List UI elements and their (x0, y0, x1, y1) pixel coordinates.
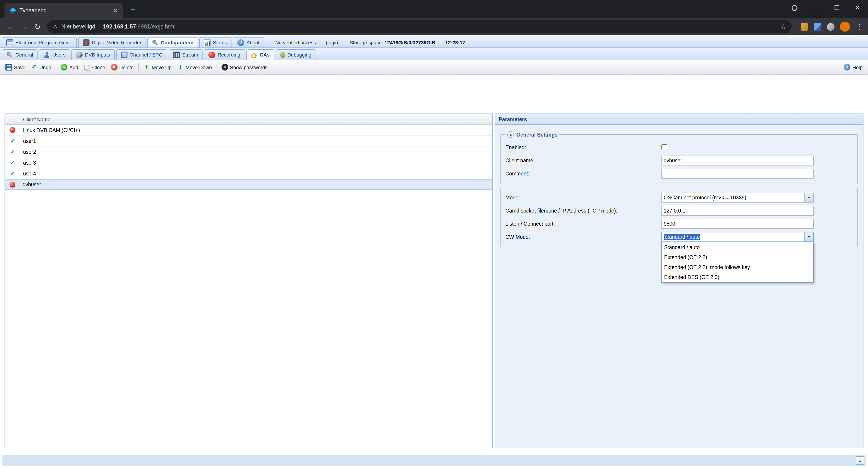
move-down-button[interactable]: Move Down (174, 62, 215, 72)
tab-label: Users (53, 52, 65, 57)
tab-label: About (246, 40, 259, 45)
save-button[interactable]: Save (3, 62, 28, 72)
tab-label: CAs (260, 52, 270, 57)
show-passwords-button[interactable]: Show passwords (219, 62, 270, 72)
column-header-client-name[interactable]: Client Name (5, 114, 492, 125)
enabled-checkbox[interactable] (661, 144, 667, 150)
key-icon (251, 51, 257, 58)
field-row: Camd.socket filename / IP Address (TCP m… (505, 205, 852, 216)
browser-tab[interactable]: Tvheadend ✕ (4, 3, 123, 18)
mode-label: Mode: (505, 195, 661, 200)
tab-digital-video-recorder[interactable]: Digital Video Recorder (78, 37, 146, 48)
window-controls: — ✕ (792, 0, 868, 15)
dropdown-option[interactable]: Extended DES (OE 2.0) (662, 272, 813, 282)
forward-icon[interactable]: → (17, 20, 31, 33)
grid-body: Linux DVB CAM (CI/CI+) user1 user2 user3 (5, 125, 492, 448)
not-secure-warning-icon[interactable]: ⚠ (53, 23, 58, 30)
comment-field[interactable] (661, 168, 814, 178)
dropdown-option[interactable]: Extended (OE 2.2) (662, 252, 813, 262)
dropdown-option[interactable]: Extended (OE 2.2), mode follows key (662, 262, 813, 272)
general-settings-fieldset: General Settings Enabled: Client name: C… (500, 131, 858, 184)
tab-close-icon[interactable]: ✕ (112, 7, 119, 14)
maximize-button[interactable] (827, 0, 847, 15)
status-disabled-icon (9, 182, 16, 187)
tab-label: Stream (182, 52, 198, 57)
bug-icon (280, 52, 285, 58)
connection-fieldset: Mode: OSCam net protocol (rev >= 10389) … (500, 188, 858, 247)
table-row[interactable]: user3 (5, 157, 492, 168)
dvr-icon (83, 39, 90, 46)
client-name: user2 (23, 149, 36, 154)
help-button[interactable]: Help (841, 62, 865, 72)
table-row[interactable]: user2 (5, 147, 492, 157)
address-bar[interactable]: ⚠ Niet beveiligd 192.168.1.57:9981/extjs… (47, 20, 792, 33)
camd-socket-field[interactable] (661, 206, 814, 215)
url-text: 192.168.1.57:9981/extjs.html (103, 24, 176, 30)
reload-icon[interactable]: ↻ (31, 20, 44, 33)
client-name-field[interactable] (661, 155, 814, 165)
delete-button[interactable]: Delete (108, 62, 136, 72)
tab-stream[interactable]: Stream (168, 49, 203, 60)
table-row[interactable]: user4 (5, 168, 492, 179)
maximize-icon (835, 5, 839, 10)
expand-statusbar-button[interactable] (856, 456, 864, 465)
client-name: user3 (23, 160, 36, 165)
move-up-button[interactable]: Move Up (141, 62, 174, 72)
add-icon (61, 64, 68, 70)
tab-label: Channel / EPG (129, 52, 163, 57)
tab-configuration[interactable]: Configuration (147, 37, 198, 48)
extension-icon-1[interactable] (801, 23, 808, 31)
undo-button[interactable]: Undo (28, 62, 54, 72)
arrow-down-icon (177, 64, 184, 70)
access-status: No verified access (275, 39, 316, 45)
cw-mode-value: Standard / auto (664, 233, 700, 240)
profile-avatar[interactable] (840, 22, 850, 32)
bookmark-star-icon[interactable]: ☆ (780, 23, 786, 30)
tab-debugging[interactable]: Debugging (276, 49, 316, 60)
login-link[interactable]: (login) (326, 39, 340, 45)
help-icon (844, 64, 850, 70)
general-settings-legend: General Settings (505, 131, 559, 138)
extension-icon-3[interactable] (827, 23, 835, 31)
tvheadend-app: Electronic Program Guide Digital Video R… (0, 35, 868, 468)
status-enabled-icon (9, 149, 16, 155)
cw-mode-combobox[interactable]: Standard / auto Standard / auto Extended… (661, 232, 814, 242)
extension-icon-2[interactable] (814, 23, 822, 31)
tab-channel-epg[interactable]: Channel / EPG (116, 49, 167, 60)
table-row-selected[interactable]: dvbuser (5, 179, 492, 190)
client-name: user1 (23, 138, 36, 144)
tab-general[interactable]: General (2, 49, 37, 60)
tab-cas[interactable]: CAs (246, 49, 274, 60)
collapse-icon[interactable] (507, 131, 514, 138)
tab-label: Debugging (287, 52, 311, 57)
tab-users[interactable]: Users (39, 49, 70, 60)
minimize-button[interactable]: — (806, 0, 827, 15)
chevron-down-icon[interactable] (804, 193, 813, 202)
chevron-down-icon[interactable] (804, 232, 813, 241)
table-row[interactable]: user1 (5, 136, 492, 147)
tab-status[interactable]: Status (199, 37, 231, 48)
tab-recording[interactable]: Recording (204, 49, 245, 60)
client-name: dvbuser (23, 182, 41, 187)
new-tab-button[interactable]: + (127, 3, 139, 16)
mode-value: OSCam net protocol (rev >= 10389) (662, 193, 804, 202)
browser-update-indicator-icon[interactable] (792, 5, 798, 11)
back-icon[interactable]: ← (4, 20, 17, 33)
port-label: Listen / Connect port: (505, 221, 661, 226)
omnibox-divider (99, 23, 99, 30)
port-field[interactable] (661, 219, 814, 228)
dropdown-option[interactable]: Standard / auto (662, 242, 813, 252)
browser-menu-icon[interactable]: ⋮ (855, 23, 864, 31)
toolbar-separator (56, 63, 56, 71)
tab-about[interactable]: About (233, 37, 264, 48)
table-row[interactable]: Linux DVB CAM (CI/CI+) (5, 125, 492, 136)
close-button[interactable]: ✕ (847, 0, 868, 15)
clone-icon (84, 64, 90, 70)
add-button[interactable]: Add (58, 62, 81, 72)
mode-combobox[interactable]: OSCam net protocol (rev >= 10389) (661, 192, 814, 202)
parameters-panel: Parameters General Settings Enabled: (495, 114, 864, 448)
status-bar (2, 455, 866, 466)
tab-dvb-inputs[interactable]: DVB Inputs (71, 49, 115, 60)
clone-button[interactable]: Clone (81, 62, 108, 72)
tab-electronic-program-guide[interactable]: Electronic Program Guide (2, 37, 77, 48)
